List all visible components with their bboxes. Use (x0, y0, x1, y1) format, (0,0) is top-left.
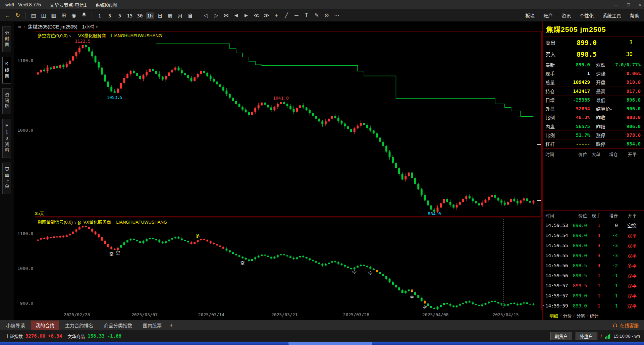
refresh-icon[interactable]: ↻ (13, 12, 22, 18)
bottom-tab-1[interactable]: 我的合约 (31, 321, 59, 330)
menu-系统工具[interactable]: 系统工具 (602, 12, 621, 19)
index-change: -1.68 (107, 333, 121, 339)
period-button-5[interactable]: 5 (116, 12, 124, 19)
menu-板块[interactable]: 板块 (525, 12, 535, 19)
period-button-30[interactable]: 30 (136, 12, 144, 19)
tick-row[interactable]: 14:59:56898.51-1双平 (543, 271, 644, 281)
sidebar-item-1[interactable]: K线图 (2, 57, 11, 83)
link-compare-icon[interactable]: ⋈ (222, 12, 230, 18)
big-order-list[interactable] (543, 159, 644, 210)
eraser-tool-icon[interactable]: ⊘ (322, 12, 331, 18)
tick-price: 899.0 (567, 303, 587, 308)
period-button-3[interactable]: 3 (106, 12, 114, 19)
tick-row[interactable]: 14:59:53899.010空换 (543, 220, 644, 230)
tick-row[interactable]: 14:59:57899.51-1双平 (543, 281, 644, 291)
horizontal-line-tool-icon[interactable]: ─ (292, 12, 301, 18)
tick-row[interactable]: 14:59:54899.04-4双平 (543, 230, 644, 240)
close-button[interactable]: × (639, 2, 641, 7)
minimize-button[interactable]: — (613, 2, 618, 7)
cloud-node-menu[interactable]: 文华云节点-电信1 (50, 1, 87, 8)
period-button-1h[interactable]: 1h (146, 12, 154, 19)
menu-账户[interactable]: 账户 (543, 12, 553, 19)
multi-grid-icon[interactable]: ⊞ (59, 12, 68, 18)
expand-bars-icon[interactable]: ≫ (262, 12, 271, 18)
bid-price[interactable]: 898.5 (560, 50, 613, 58)
text-tool-icon[interactable]: T (302, 12, 311, 18)
ask-price[interactable]: 899.0 (560, 39, 613, 47)
quote-grid-row: 杠杆-----跌停834.0 (543, 140, 644, 149)
trendline-tool-icon[interactable]: ╱ (282, 12, 291, 18)
maximize-button[interactable]: □ (627, 2, 630, 7)
account-button-1[interactable]: 外盘户 (576, 332, 597, 340)
volume-signal-chart[interactable]: 1100.01000.0900.0多空空多空空空空空 (13, 218, 542, 310)
tick-open-close-flag: 多平 (618, 262, 640, 269)
bottom-tab-0[interactable]: 小编导读 (1, 321, 30, 330)
add-tab-button[interactable]: + (170, 322, 173, 328)
prev-contract-icon[interactable]: ◁ (202, 12, 210, 18)
main-indicator-label[interactable]: 多空方位(0,0,0)∨ VX量化服务商 LIANGHUAFUWUSHANG (38, 32, 162, 39)
bottom-tab-2[interactable]: 主力合约排名 (60, 321, 98, 330)
menu-资讯[interactable]: 资讯 (561, 12, 571, 19)
account-button-0[interactable]: 期货户 (550, 332, 572, 340)
chart-period-selector[interactable]: 1小时 (82, 23, 94, 30)
svg-text:1041.0: 1041.0 (273, 96, 289, 101)
scroll-left-icon[interactable]: ◄ (232, 12, 240, 18)
quote-cell: 日增-25385 (543, 96, 593, 104)
quote-tab-2[interactable]: 分笔 (576, 312, 585, 319)
online-service-link[interactable]: 在线客服 (612, 322, 639, 329)
period-button-日[interactable]: 日 (156, 11, 164, 19)
link-icon[interactable]: ∞ (17, 24, 21, 30)
system-kline-menu[interactable]: 系统K线图 (95, 1, 117, 8)
sidebar-item-2[interactable]: 资讯链 (2, 88, 11, 114)
more-tools-icon[interactable]: ⋯ (332, 12, 341, 18)
quote-board-icon[interactable]: ▤ (29, 12, 38, 18)
sidebar-item-4[interactable]: 页面下单 (2, 163, 11, 194)
bottom-tab-4[interactable]: 国内股票 (138, 321, 166, 330)
bottom-tab-3[interactable]: 商品分类指数 (99, 321, 137, 330)
kline-chart-icon[interactable]: ▥ (49, 12, 58, 18)
quote-tab-0[interactable]: 明细 (549, 312, 558, 319)
sub-indicator-label[interactable]: 副图量能信号(0,0)∨ VX量化服务商 LIANGHUAFUWUSHANG (38, 219, 167, 225)
quote-tab-3[interactable]: 统计 (590, 312, 599, 319)
period-button-月[interactable]: 月 (176, 11, 184, 19)
next-contract-icon[interactable]: ▷ (212, 12, 220, 18)
chevron-down-icon[interactable]: ▾ (610, 108, 612, 111)
bottom-tab-bar: 小编导读我的合约主力合约排名商品分类指数国内股票+在线客服 (0, 320, 644, 330)
svg-text:1000.0: 1000.0 (17, 266, 33, 271)
tick-row[interactable]: 14:59:57899.01-1双平 (543, 291, 644, 301)
tick-open-close-flag: 双平 (618, 282, 640, 289)
menu-个性化[interactable]: 个性化 (580, 12, 594, 19)
tick-row[interactable]: 14:59:55899.03-3双平 (543, 240, 644, 250)
tick-row[interactable]: 14:59:55899.03-3双平 (543, 250, 644, 261)
main-candlestick-chart[interactable]: 1100.01000.01122.51053.51041.0884.0 (13, 31, 542, 217)
tick-position-change: -1 (600, 283, 618, 288)
svg-text:多: 多 (196, 233, 200, 238)
timeshare-chart-icon[interactable]: ◫ (39, 12, 48, 18)
period-button-自[interactable]: 自 (186, 11, 194, 19)
period-button-周[interactable]: 周 (166, 11, 174, 19)
tick-list[interactable]: 14:59:53899.010空换14:59:54899.04-4双平14:59… (543, 220, 644, 311)
quote-cell: 内盘56575 (543, 122, 593, 130)
quote-field-label: 最高 (593, 88, 613, 95)
overlay-compare-icon[interactable]: ◉ (69, 12, 78, 18)
scroll-right-icon[interactable]: ► (242, 12, 251, 18)
sidebar-item-3[interactable]: F10资料 (2, 119, 11, 158)
tick-row[interactable]: 14:59:59▸899.01-1双平 (543, 301, 644, 311)
chart-symbol-tab[interactable]: 焦煤2505(DCE jm2505) (28, 23, 77, 30)
add-indicator-icon[interactable]: + (272, 12, 281, 18)
menu-帮助[interactable]: 帮助 (630, 12, 639, 19)
period-button-15[interactable]: 15 (126, 12, 134, 19)
period-button-1[interactable]: 1 (96, 12, 104, 19)
compress-bars-icon[interactable]: ≪ (252, 12, 261, 18)
pencil-tool-icon[interactable]: ✎ (312, 12, 321, 18)
quote-tab-1[interactable]: 分价 (563, 312, 572, 319)
chevron-down-icon[interactable]: ∨ (96, 24, 98, 29)
tick-row[interactable]: 14:59:56898.54-2多平 (543, 261, 644, 271)
tick-price: 899.0 (567, 233, 587, 238)
svg-text:空: 空 (240, 261, 245, 266)
sidebar-item-0[interactable]: 分时图 (2, 26, 11, 52)
back-arrow-icon[interactable]: ← (3, 12, 12, 18)
taskbar-highlight (288, 342, 372, 345)
quote-field-label: 比例 (543, 132, 562, 138)
alarm-bell-icon[interactable] (79, 12, 88, 18)
